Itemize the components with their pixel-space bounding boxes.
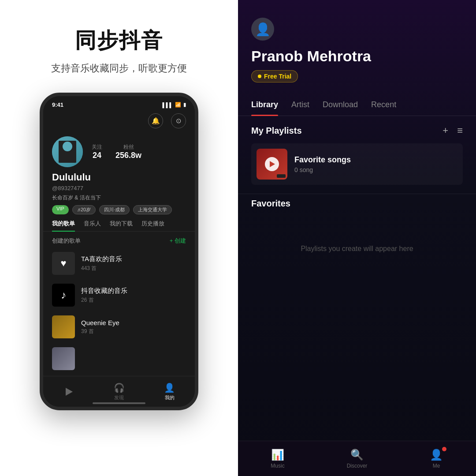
location-tag: 四川·成都	[99, 205, 130, 214]
age-tag: ♬20岁	[72, 205, 96, 214]
time-display: 9:41	[52, 101, 63, 108]
tab-my-playlist[interactable]: 我的歌单	[52, 220, 75, 231]
playlist-play-button[interactable]	[265, 157, 279, 171]
phone-top-icons: 🔔 ⊙	[43, 110, 195, 132]
profile-section: 关注 24 粉丝 256.8w	[43, 132, 195, 172]
profile-avatar	[52, 136, 83, 167]
play-button[interactable]	[60, 384, 76, 400]
following-stat: 关注 24	[92, 143, 102, 160]
create-playlist-button[interactable]: + 创建	[170, 237, 186, 245]
favorites-section: Favorites Playlists you create will appe…	[238, 194, 476, 291]
right-nav-me[interactable]: 👤 Me	[397, 449, 476, 469]
tab-recent[interactable]: Recent	[371, 100, 396, 116]
song-info-2: 抖音收藏的音乐 26 首	[81, 287, 186, 304]
playlist-vinyl-icon	[277, 174, 286, 178]
music-icon: 📊	[271, 449, 284, 461]
bell-icon[interactable]: 🔔	[148, 113, 163, 128]
song-thumb-tiktok: ♪	[52, 284, 75, 307]
right-bottom-nav: 📊 Music 🔍 Discover 👤 Me	[238, 441, 476, 476]
nav-discover[interactable]: 🎧 发现	[94, 382, 145, 401]
fans-stat: 粉丝 256.8w	[115, 143, 141, 160]
nav-play[interactable]	[43, 384, 94, 400]
tab-download[interactable]: 我的下载	[110, 220, 133, 231]
heart-icon: ♥	[60, 258, 66, 269]
signal-icon: ▌▌▌	[163, 102, 173, 108]
tab-library[interactable]: Library	[251, 100, 278, 116]
song-name-1: TA喜欢的音乐	[81, 255, 186, 263]
tab-history[interactable]: 历史播放	[141, 220, 164, 231]
phone-screen: 9:41 ▌▌▌ 📶 ▮ 🔔 ⊙	[43, 96, 195, 407]
favorites-title: Favorites	[251, 199, 463, 209]
right-section-header: My Playlists + ≡	[251, 125, 463, 136]
nav-mine[interactable]: 👤 我的	[144, 382, 195, 401]
song-thumb-heart: ♥	[52, 252, 75, 275]
filter-icon[interactable]: ≡	[457, 125, 463, 136]
me-notification-dot	[442, 447, 446, 451]
menu-tabs: 我的歌单 音乐人 我的下载 历史播放	[43, 220, 195, 232]
tab-artist[interactable]: Artist	[291, 100, 309, 116]
song-item-3[interactable]: Queenie Eye 39 首	[43, 311, 195, 343]
song-info-4	[81, 358, 186, 360]
playlist-name: Favorite songs	[294, 155, 457, 165]
profile-name: Dulululu	[43, 172, 195, 185]
discover-label: 发现	[114, 394, 124, 401]
song-count-2: 26 首	[81, 296, 186, 304]
created-playlist-label: 创建的歌单	[52, 237, 81, 245]
profile-stats: 关注 24 粉丝 256.8w	[92, 143, 141, 160]
profile-bio: 长命百岁 & 活在当下	[43, 194, 195, 205]
profile-handle: @89327477	[43, 185, 195, 194]
right-username: Pranob Mehrotra	[251, 48, 463, 65]
right-nav-music[interactable]: 📊 Music	[238, 449, 317, 469]
profile-tags: VIP ♬20岁 四川·成都 上海交通大学	[43, 205, 195, 220]
settings-icon[interactable]: ⊙	[171, 113, 186, 128]
phone-mockup: 9:41 ▌▌▌ 📶 ▮ 🔔 ⊙	[40, 93, 198, 410]
vip-tag: VIP	[52, 205, 69, 214]
right-avatar-icon: 👤	[255, 22, 271, 37]
tab-download[interactable]: Download	[323, 100, 358, 116]
song-item-4[interactable]	[43, 343, 195, 375]
playlist-section-header: 创建的歌单 + 创建	[43, 234, 195, 247]
right-nav-discover[interactable]: 🔍 Discover	[317, 449, 397, 469]
fans-label: 粉丝	[123, 143, 134, 151]
left-title: 同步抖音	[75, 26, 163, 55]
mine-icon: 👤	[164, 382, 175, 393]
music-label: Music	[271, 463, 284, 469]
song-info-1: TA喜欢的音乐 443 首	[81, 255, 186, 272]
song-name-3: Queenie Eye	[81, 319, 186, 326]
free-trial-badge[interactable]: Free Trial	[251, 70, 298, 82]
my-playlists-title: My Playlists	[251, 126, 302, 136]
right-panel: 👤 Pranob Mehrotra Free Trial Library Art…	[238, 0, 476, 476]
playlist-info: Favorite songs 0 song	[294, 155, 457, 173]
status-icons: ▌▌▌ 📶 ▮	[163, 102, 186, 108]
favorites-empty-text: Playlists you create will appear here	[301, 243, 413, 255]
badge-dot	[258, 75, 261, 78]
playlist-count: 0 song	[294, 166, 457, 173]
song-name-2: 抖音收藏的音乐	[81, 287, 186, 295]
following-count: 24	[93, 151, 101, 160]
discover-icon: 🎧	[114, 382, 125, 393]
discover-nav-label: Discover	[347, 463, 368, 469]
playlist-play-triangle-icon	[270, 161, 275, 167]
free-trial-label: Free Trial	[264, 73, 291, 80]
left-subtitle: 支持音乐收藏同步，听歌更方便	[51, 62, 187, 75]
tab-artist[interactable]: 音乐人	[84, 220, 101, 231]
add-playlist-icon[interactable]: +	[443, 125, 448, 136]
home-bar	[93, 402, 145, 404]
song-thumb-last	[52, 347, 75, 370]
song-item-1[interactable]: ♥ TA喜欢的音乐 443 首	[43, 247, 195, 279]
song-item-2[interactable]: ♪ 抖音收藏的音乐 26 首	[43, 279, 195, 311]
following-label: 关注	[92, 143, 102, 151]
mine-label: 我的	[165, 394, 175, 401]
right-section-icons: + ≡	[443, 125, 463, 136]
right-my-playlists-section: My Playlists + ≡ Favorite songs 0 song	[238, 116, 476, 189]
fans-count: 256.8w	[115, 151, 141, 160]
favorite-songs-item[interactable]: Favorite songs 0 song	[251, 143, 463, 185]
song-count-1: 443 首	[81, 265, 186, 272]
right-header: 👤 Pranob Mehrotra Free Trial	[238, 0, 476, 91]
wifi-icon: 📶	[175, 102, 181, 108]
right-avatar: 👤	[251, 18, 274, 41]
phone-notch	[93, 96, 145, 109]
me-nav-icon: 👤	[430, 449, 443, 461]
right-tabs: Library Artist Download Recent	[238, 91, 476, 116]
left-panel: 同步抖音 支持音乐收藏同步，听歌更方便 9:41 ▌▌▌ 📶 ▮ 🔔 ⊙	[0, 0, 238, 476]
